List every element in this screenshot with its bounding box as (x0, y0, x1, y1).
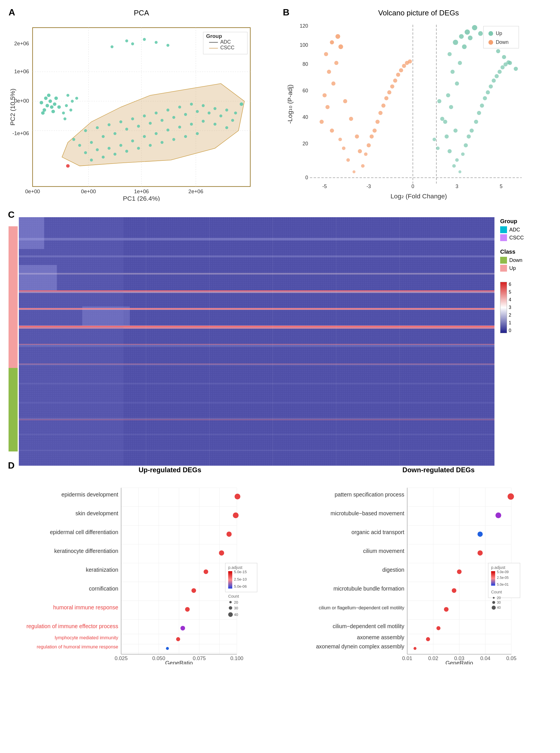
svg-text:humoral immune response: humoral immune response (53, 605, 118, 611)
svg-text:PC1 (26.4%): PC1 (26.4%) (123, 195, 160, 201)
svg-point-17 (178, 106, 181, 108)
svg-text:0.01: 0.01 (402, 655, 413, 661)
svg-point-55 (149, 144, 152, 147)
color-scale: 6 5 4 3 2 1 0 (500, 282, 548, 333)
svg-point-110 (322, 93, 326, 97)
svg-text:Log₂ (Fold Change): Log₂ (Fold Change) (391, 192, 447, 200)
svg-text:2e+06: 2e+06 (188, 189, 203, 194)
pca-svg: 2e+06 1e+06 0e+00 -1e+06 0e+00 0e+00 1e+… (8, 19, 275, 201)
down-label: Down (509, 257, 522, 263)
svg-rect-238 (209, 217, 210, 466)
svg-text:PC2 (10.5%): PC2 (10.5%) (9, 88, 16, 126)
svg-point-39 (108, 147, 111, 150)
svg-text:20: 20 (234, 600, 238, 605)
svg-point-293 (229, 601, 232, 603)
svg-point-337 (452, 588, 456, 593)
svg-rect-344 (491, 571, 495, 586)
svg-text:0.05: 0.05 (506, 655, 516, 661)
svg-text:2.5e-05: 2.5e-05 (497, 576, 509, 580)
svg-point-52 (114, 153, 116, 156)
svg-point-186 (506, 60, 510, 64)
svg-point-50 (90, 158, 93, 161)
svg-point-38 (96, 148, 99, 151)
up-swatch (500, 265, 507, 272)
svg-point-59 (196, 132, 199, 135)
svg-point-142 (342, 146, 345, 150)
svg-point-44 (166, 128, 169, 132)
svg-point-83 (131, 42, 134, 45)
svg-point-36 (231, 119, 234, 122)
svg-point-77 (51, 110, 55, 113)
svg-text:CSCC: CSCC (220, 45, 235, 51)
svg-text:1e+06: 1e+06 (14, 68, 29, 74)
svg-point-144 (449, 105, 453, 109)
heatmap-main (19, 211, 495, 453)
svg-point-332 (507, 493, 514, 500)
svg-text:40: 40 (302, 114, 308, 120)
svg-point-155 (468, 36, 473, 40)
svg-point-277 (233, 512, 239, 518)
svg-text:p.adjust: p.adjust (228, 565, 242, 570)
svg-point-16 (166, 108, 169, 112)
svg-text:regulation of immune effector : regulation of immune effector process (26, 623, 118, 629)
scale-3: 3 (509, 305, 511, 310)
svg-point-45 (178, 126, 181, 128)
up-label: Up (509, 265, 516, 271)
panel-b-label: B (283, 7, 289, 18)
svg-point-125 (364, 153, 367, 156)
svg-text:30: 30 (234, 606, 238, 610)
svg-point-168 (452, 164, 455, 167)
svg-text:Count: Count (228, 594, 239, 598)
svg-point-113 (334, 61, 338, 65)
svg-text:cilium movement: cilium movement (363, 548, 404, 554)
svg-point-138 (402, 64, 406, 68)
panel-a-label: A (8, 7, 15, 18)
panel-d-label: D (8, 460, 15, 471)
svg-rect-235 (19, 364, 495, 364)
svg-point-349 (493, 597, 495, 598)
svg-point-146 (446, 93, 450, 97)
svg-point-184 (500, 65, 504, 69)
svg-rect-288 (228, 571, 232, 589)
svg-text:-3: -3 (366, 183, 371, 189)
panel-a: A PCA (6, 6, 280, 205)
svg-text:Count: Count (491, 590, 502, 594)
svg-point-129 (375, 120, 379, 124)
svg-point-334 (477, 532, 482, 537)
svg-point-57 (173, 138, 175, 141)
svg-point-134 (390, 84, 394, 88)
down-dotplot-title: Down-regulated DEGs (328, 466, 549, 474)
svg-point-108 (325, 105, 329, 109)
down-swatch (500, 257, 507, 264)
svg-point-126 (366, 143, 371, 147)
svg-text:Group: Group (206, 33, 222, 39)
svg-text:axoneme assembly: axoneme assembly (357, 634, 404, 640)
svg-point-117 (336, 34, 340, 39)
scale-5: 5 (509, 290, 511, 295)
panel-d: D Up-regulated DEGs epidermis developmen… (6, 459, 554, 675)
svg-rect-240 (336, 217, 337, 466)
svg-text:20: 20 (497, 596, 501, 600)
svg-point-136 (396, 73, 400, 77)
volcano-svg: 120 100 80 60 40 20 0 -5 -3 0 3 5 Log₂ (… (286, 19, 552, 201)
svg-point-127 (369, 135, 373, 139)
middle-row: C (6, 208, 554, 456)
svg-text:lymphocyte mediated immunity: lymphocyte mediated immunity (55, 635, 119, 640)
svg-rect-232 (19, 309, 495, 309)
svg-rect-231 (19, 291, 495, 291)
svg-point-27 (125, 128, 128, 131)
svg-point-68 (44, 97, 47, 100)
svg-point-40 (119, 144, 122, 147)
svg-text:0e+00: 0e+00 (81, 189, 96, 194)
svg-point-111 (331, 81, 335, 85)
svg-point-341 (414, 647, 416, 650)
svg-text:regulation of humoral immune r: regulation of humoral immune response (37, 644, 118, 649)
svg-point-297 (228, 612, 233, 617)
svg-text:keratinization: keratinization (86, 567, 118, 573)
svg-text:-5: -5 (322, 183, 327, 189)
svg-rect-237 (146, 217, 146, 466)
cscc-label: CSCC (509, 235, 524, 241)
svg-point-172 (464, 143, 468, 147)
svg-point-15 (155, 112, 158, 114)
svg-text:cilium or flagellum−dependent : cilium or flagellum−dependent cell motil… (319, 605, 404, 610)
